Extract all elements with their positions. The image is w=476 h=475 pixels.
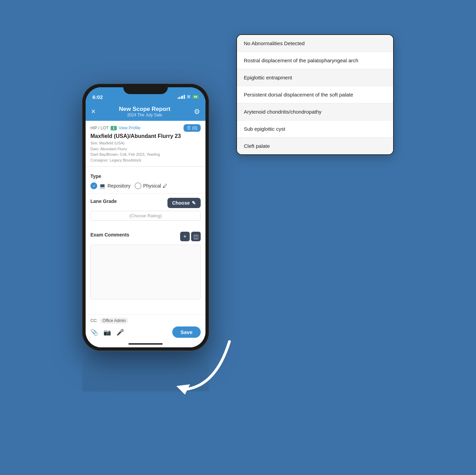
laptop-icon: 💻 <box>99 183 106 189</box>
dropdown-item[interactable]: No Abnormalities Detected <box>237 35 393 52</box>
cc-row: CC: Office Admin <box>90 318 201 324</box>
status-time: 6:02 <box>92 94 103 100</box>
hip-row: HIP / LOT 1 View Profile ☰ (0) <box>90 124 201 132</box>
horse-card: HIP / LOT 1 View Profile ☰ (0) Maxfield … <box>86 121 205 167</box>
bottom-actions: 📎 📷 🎤 Save <box>90 326 201 338</box>
physical-radio[interactable] <box>135 182 141 189</box>
phone-outer: 6:02 ⌘ 98 × <box>82 84 209 351</box>
list-count: (0) <box>192 126 197 130</box>
physical-option[interactable]: Physical 🖊 <box>135 182 167 189</box>
header-title: New Scope Report <box>119 106 170 113</box>
phone-wrapper: 6:02 ⌘ 98 × <box>82 84 209 391</box>
camera-icon[interactable]: 📷 <box>103 329 111 336</box>
status-icons: ⌘ 98 <box>178 94 199 99</box>
lane-grade-row: Lane Grade Choose ✎ <box>90 198 201 208</box>
exam-header: Exam Comments + ◫ <box>90 232 201 241</box>
header-subtitle: 2024 The July Sale <box>119 113 170 117</box>
dropdown-card: No Abnormalities DetectedRostral displac… <box>236 34 394 155</box>
repository-option[interactable]: ✓ 💻 Repository <box>90 182 130 189</box>
list-icon: ☰ <box>187 126 191 130</box>
header-center: New Scope Report 2024 The July Sale <box>119 106 170 117</box>
dropdown-item[interactable]: Rostral displacement of the palatopharyn… <box>237 52 393 69</box>
repository-checkbox[interactable]: ✓ <box>90 182 97 189</box>
horse-consignor: Consignor: Legacy Bloodstock <box>90 157 201 163</box>
lane-grade-section: Lane Grade Choose ✎ (Choose Rating) <box>86 193 205 225</box>
exam-comments-label: Exam Comments <box>90 232 129 238</box>
phone-screen: 6:02 ⌘ 98 × <box>86 87 205 347</box>
dropdown-item[interactable]: Arytenoid chondritis/chondropathy <box>237 103 393 120</box>
settings-icon[interactable]: ⚙ <box>194 107 200 116</box>
list-icon-button[interactable]: ☰ (0) <box>184 124 201 132</box>
horse-meta: Sire: Maxfield (USA) Dam: Abundant Flurr… <box>90 140 201 163</box>
lane-grade-label: Lane Grade <box>90 198 117 204</box>
horse-name: Maxfield (USA)/Abundant Flurry 23 <box>90 133 201 139</box>
repository-label: Repository <box>108 183 130 189</box>
attachment-icon[interactable]: 📎 <box>90 329 98 336</box>
scene: 6:02 ⌘ 98 × <box>0 0 476 475</box>
phone-notch <box>123 84 168 94</box>
close-button[interactable]: × <box>91 107 96 116</box>
view-profile-link[interactable]: View Profile <box>119 126 140 130</box>
type-label: Type <box>90 174 201 179</box>
physical-label: Physical <box>143 183 161 189</box>
exam-section: Exam Comments + ◫ <box>86 228 205 314</box>
home-bar <box>128 343 163 345</box>
pencil-icon: 🖊 <box>163 183 167 189</box>
choose-label: Choose <box>172 200 190 206</box>
exam-actions: + ◫ <box>180 232 201 241</box>
hip-number: 1 <box>111 126 117 130</box>
grid-view-button[interactable]: ◫ <box>191 232 201 241</box>
dropdown-item[interactable]: Persistent dorsal displacement of the so… <box>237 86 393 103</box>
horse-dam: Dam: Abundant Flurry <box>90 146 201 152</box>
phone-reflection <box>82 350 209 391</box>
wifi-icon: ⌘ <box>187 94 191 99</box>
hip-label: HIP / LOT <box>90 126 109 130</box>
cc-label: CC: <box>90 318 98 323</box>
bottom-icons: 📎 📷 🎤 <box>90 329 124 336</box>
exam-textarea[interactable] <box>90 245 201 299</box>
choose-rating[interactable]: (Choose Rating) <box>90 211 201 221</box>
type-row: ✓ 💻 Repository Physical 🖊 <box>90 182 201 189</box>
cc-value: Office Admin <box>100 318 128 324</box>
dropdown-item[interactable]: Cleft palate <box>237 138 393 154</box>
horse-details: Dark Bay/Brown, Colt, Feb 2023, Yearling <box>90 152 201 157</box>
save-button[interactable]: Save <box>172 326 201 338</box>
grid-icon: ◫ <box>193 233 199 240</box>
microphone-icon[interactable]: 🎤 <box>116 329 124 336</box>
app-header: × New Scope Report 2024 The July Sale ⚙ <box>86 103 205 121</box>
bottom-bar: CC: Office Admin 📎 📷 🎤 Save <box>86 314 205 341</box>
add-comment-button[interactable]: + <box>180 232 190 241</box>
dropdown-item[interactable]: Epiglottic entrapment <box>237 69 393 86</box>
signal-icon <box>178 95 185 99</box>
type-section: Type ✓ 💻 Repository Physical 🖊 <box>86 169 205 193</box>
horse-sire: Sire: Maxfield (USA) <box>90 140 201 146</box>
home-indicator <box>86 341 205 347</box>
choose-button[interactable]: Choose ✎ <box>167 198 201 208</box>
dropdown-item[interactable]: Sub epiglottic cyst <box>237 120 393 138</box>
battery-indicator: 98 <box>192 95 199 99</box>
edit-icon: ✎ <box>192 200 196 206</box>
